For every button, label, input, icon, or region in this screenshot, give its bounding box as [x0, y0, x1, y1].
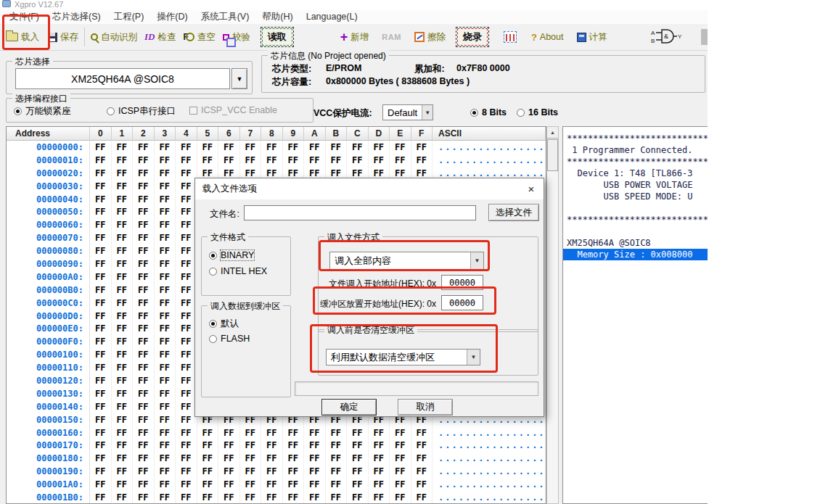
hex-byte[interactable]: FF	[155, 491, 176, 504]
hex-byte[interactable]: FF	[112, 257, 134, 270]
hex-address[interactable]: 00000160:	[7, 426, 90, 439]
ok-button[interactable]: 确定	[321, 399, 377, 416]
hex-header-cell[interactable]: 3	[155, 127, 176, 141]
hex-address[interactable]: 00000030:	[7, 180, 90, 193]
hex-byte[interactable]: FF	[411, 478, 433, 491]
hex-byte[interactable]: FF	[90, 361, 112, 374]
hex-byte[interactable]: FF	[90, 218, 112, 231]
hex-byte[interactable]: FF	[411, 491, 433, 504]
hex-byte[interactable]: FF	[347, 141, 369, 154]
hex-byte[interactable]: FF	[369, 465, 390, 478]
hex-byte[interactable]: FF	[304, 154, 326, 167]
hex-byte[interactable]: FF	[90, 374, 112, 387]
hex-byte[interactable]: FF	[218, 154, 240, 167]
hex-address[interactable]: 00000050:	[7, 205, 90, 218]
hex-byte[interactable]: FF	[112, 310, 134, 323]
hex-byte[interactable]: FF	[90, 322, 112, 335]
hex-byte[interactable]: FF	[197, 491, 219, 504]
hex-byte[interactable]: FF	[197, 478, 219, 491]
hex-byte[interactable]: FF	[411, 465, 433, 478]
hex-byte[interactable]: FF	[112, 322, 134, 335]
hex-byte[interactable]: FF	[112, 439, 134, 452]
hex-header-cell[interactable]: 1	[112, 127, 134, 141]
hex-byte[interactable]: FF	[155, 426, 176, 439]
hex-address[interactable]: 00000150:	[7, 413, 90, 426]
hex-byte[interactable]: FF	[326, 478, 348, 491]
radio-flash[interactable]: FLASH	[209, 334, 250, 344]
hex-byte[interactable]: FF	[347, 154, 369, 167]
menu-item[interactable]: Language(L)	[300, 10, 364, 24]
hex-byte[interactable]: FF	[411, 141, 433, 154]
hex-header-cell[interactable]: B	[326, 127, 348, 141]
about-button[interactable]: ? About	[531, 32, 564, 43]
hex-byte[interactable]: FF	[155, 141, 176, 154]
hex-byte[interactable]: FF	[197, 465, 219, 478]
hex-byte[interactable]: FF	[90, 205, 112, 218]
radio-16bits[interactable]: 16 Bits	[517, 107, 558, 117]
auto-id-button[interactable]: 自动识别	[91, 31, 137, 44]
hex-byte[interactable]: FF	[133, 387, 155, 400]
hex-byte[interactable]: FF	[155, 231, 176, 244]
hex-byte[interactable]: FF	[90, 141, 112, 154]
hex-byte[interactable]: FF	[326, 154, 348, 167]
hex-byte[interactable]: FF	[347, 491, 369, 504]
hex-byte[interactable]: FF	[112, 141, 134, 154]
hex-byte[interactable]: FF	[155, 218, 176, 231]
hex-header-cell[interactable]: F	[411, 127, 433, 141]
hex-byte[interactable]: FF	[176, 452, 197, 465]
hex-byte[interactable]: FF	[218, 465, 240, 478]
hex-address[interactable]: 000000B0:	[7, 284, 90, 297]
menu-item[interactable]: 帮助(H)	[255, 10, 299, 24]
hex-byte[interactable]: FF	[90, 193, 112, 206]
hex-address[interactable]: 00000110:	[7, 361, 90, 374]
hex-address[interactable]: 00000060:	[7, 218, 90, 231]
hex-byte[interactable]: FF	[133, 141, 155, 154]
hex-address[interactable]: 00000010:	[7, 154, 90, 167]
hex-byte[interactable]: FF	[133, 452, 155, 465]
radio-binary[interactable]: BINARY	[209, 250, 254, 260]
hex-byte[interactable]: FF	[112, 154, 134, 167]
load-button[interactable]: 载入	[6, 31, 39, 44]
hex-byte[interactable]: FF	[411, 426, 433, 439]
hex-byte[interactable]: FF	[112, 348, 134, 361]
hex-address[interactable]: 000000D0:	[7, 310, 90, 323]
hex-byte[interactable]: FF	[90, 465, 112, 478]
calc-button[interactable]: 计算	[577, 31, 607, 44]
hex-header-cell[interactable]: 8	[261, 127, 283, 141]
hex-byte[interactable]: FF	[326, 426, 348, 439]
hex-byte[interactable]: FF	[326, 141, 348, 154]
hex-byte[interactable]: FF	[304, 141, 326, 154]
hex-byte[interactable]: FF	[112, 361, 134, 374]
hex-byte[interactable]: FF	[155, 387, 176, 400]
hex-byte[interactable]: FF	[112, 193, 134, 206]
radio-default[interactable]: 默认	[209, 318, 239, 330]
hex-byte[interactable]: FF	[90, 310, 112, 323]
hex-byte[interactable]: FF	[155, 154, 176, 167]
hex-byte[interactable]: FF	[176, 154, 197, 167]
hex-byte[interactable]: FF	[369, 491, 390, 504]
hex-byte[interactable]: FF	[283, 439, 305, 452]
hex-byte[interactable]: FF	[90, 154, 112, 167]
hex-byte[interactable]: FF	[240, 465, 262, 478]
load-mode-combobox[interactable]: 调入全部内容 ▼	[329, 252, 484, 270]
ic-socket-button[interactable]	[504, 31, 517, 43]
hex-header-cell[interactable]: 2	[133, 127, 155, 141]
hex-byte[interactable]: FF	[176, 141, 197, 154]
hex-header-cell[interactable]: 4	[176, 127, 197, 141]
hex-byte[interactable]: FF	[112, 231, 134, 244]
hex-byte[interactable]: FF	[133, 270, 155, 284]
hex-byte[interactable]: FF	[112, 180, 134, 193]
hex-byte[interactable]: FF	[112, 270, 134, 284]
hex-byte[interactable]: FF	[133, 193, 155, 206]
hex-byte[interactable]: FF	[261, 439, 283, 452]
hex-byte[interactable]: FF	[218, 452, 240, 465]
hex-address[interactable]: 00000120:	[7, 374, 90, 387]
hex-byte[interactable]: FF	[112, 478, 134, 491]
hex-address[interactable]: 000000C0:	[7, 297, 90, 310]
hex-byte[interactable]: FF	[90, 452, 112, 465]
hex-byte[interactable]: FF	[90, 244, 112, 257]
hex-byte[interactable]: FF	[218, 141, 240, 154]
hex-byte[interactable]: FF	[197, 452, 219, 465]
hex-byte[interactable]: FF	[112, 387, 134, 400]
hex-byte[interactable]: FF	[283, 465, 305, 478]
